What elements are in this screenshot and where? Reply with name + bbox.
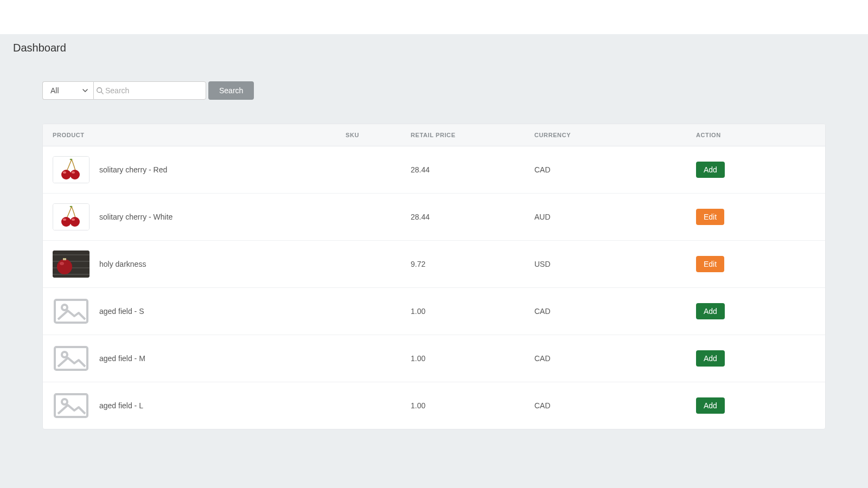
product-thumbnail bbox=[53, 156, 90, 183]
cell-currency: CAD bbox=[534, 401, 696, 410]
cell-product: holy darkness bbox=[53, 251, 346, 278]
cell-product: solitary cherry - White bbox=[53, 203, 346, 230]
product-name: holy darkness bbox=[99, 260, 146, 268]
cell-currency: AUD bbox=[534, 213, 696, 221]
table-row: aged field - M 1.00 CAD Add bbox=[43, 335, 825, 382]
table-row: holy darkness 9.72 USD Edit bbox=[43, 241, 825, 288]
edit-button[interactable]: Edit bbox=[696, 209, 724, 225]
cell-price: 1.00 bbox=[411, 401, 534, 410]
cell-currency: USD bbox=[534, 260, 696, 268]
product-name: aged field - L bbox=[99, 401, 143, 410]
cell-currency: CAD bbox=[534, 165, 696, 174]
cell-product: aged field - L bbox=[53, 392, 346, 419]
product-name: solitary cherry - Red bbox=[99, 165, 167, 174]
table-row: solitary cherry - White 28.44 AUD Edit bbox=[43, 194, 825, 241]
table-row: aged field - S 1.00 CAD Add bbox=[43, 288, 825, 335]
product-thumbnail bbox=[53, 251, 90, 278]
product-name: solitary cherry - White bbox=[99, 213, 173, 221]
cell-action: Edit bbox=[696, 209, 815, 225]
product-thumbnail bbox=[53, 392, 90, 419]
col-product: Product bbox=[53, 132, 346, 138]
cell-price: 9.72 bbox=[411, 260, 534, 268]
panel: All Search Product SKU Retail Price Curr… bbox=[27, 62, 841, 488]
table-header: Product SKU Retail Price Currency Action bbox=[43, 124, 825, 146]
cell-currency: CAD bbox=[534, 307, 696, 316]
add-button[interactable]: Add bbox=[696, 303, 725, 319]
product-name: aged field - M bbox=[99, 354, 145, 363]
cell-action: Add bbox=[696, 162, 815, 178]
col-action: Action bbox=[696, 132, 815, 138]
search-input[interactable] bbox=[105, 82, 206, 99]
edit-button[interactable]: Edit bbox=[696, 256, 724, 272]
cell-action: Edit bbox=[696, 256, 815, 272]
cell-action: Add bbox=[696, 350, 815, 367]
search-icon bbox=[94, 87, 105, 94]
product-table: Product SKU Retail Price Currency Action… bbox=[42, 124, 826, 429]
cell-product: solitary cherry - Red bbox=[53, 156, 346, 183]
filter-select[interactable]: All bbox=[42, 81, 93, 100]
cell-price: 28.44 bbox=[411, 165, 534, 174]
add-button[interactable]: Add bbox=[696, 350, 725, 367]
col-currency: Currency bbox=[534, 132, 696, 138]
page-header: Dashboard bbox=[0, 34, 868, 62]
add-button[interactable]: Add bbox=[696, 162, 725, 178]
page-title: Dashboard bbox=[13, 42, 66, 54]
cell-product: aged field - M bbox=[53, 345, 346, 372]
svg-line-1 bbox=[101, 92, 103, 94]
search-button[interactable]: Search bbox=[208, 81, 254, 100]
cell-currency: CAD bbox=[534, 354, 696, 363]
col-sku: SKU bbox=[346, 132, 411, 138]
search-field bbox=[93, 81, 206, 100]
cell-price: 1.00 bbox=[411, 354, 534, 363]
product-thumbnail bbox=[53, 203, 90, 230]
chevron-down-icon bbox=[82, 88, 88, 93]
table-body: solitary cherry - Red 28.44 CAD Add soli… bbox=[43, 146, 825, 429]
product-thumbnail bbox=[53, 298, 90, 325]
top-spacer bbox=[0, 0, 868, 34]
cell-price: 28.44 bbox=[411, 213, 534, 221]
table-row: solitary cherry - Red 28.44 CAD Add bbox=[43, 146, 825, 194]
add-button[interactable]: Add bbox=[696, 397, 725, 414]
content-stage: All Search Product SKU Retail Price Curr… bbox=[0, 62, 868, 488]
filter-select-value: All bbox=[50, 86, 59, 95]
cell-action: Add bbox=[696, 397, 815, 414]
col-retail: Retail Price bbox=[411, 132, 534, 138]
filter-row: All Search bbox=[42, 81, 826, 100]
product-thumbnail bbox=[53, 345, 90, 372]
table-row: aged field - L 1.00 CAD Add bbox=[43, 382, 825, 429]
cell-action: Add bbox=[696, 303, 815, 319]
cell-product: aged field - S bbox=[53, 298, 346, 325]
product-name: aged field - S bbox=[99, 307, 144, 316]
cell-price: 1.00 bbox=[411, 307, 534, 316]
